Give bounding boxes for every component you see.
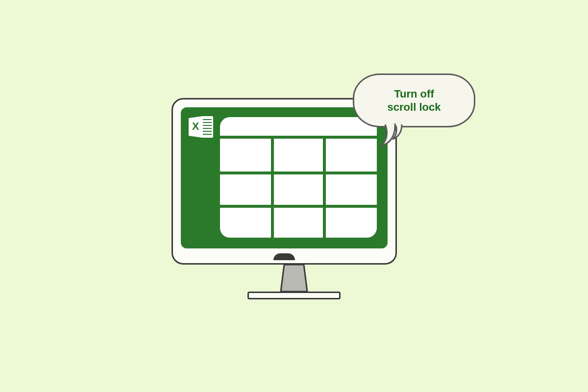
spreadsheet-row (220, 205, 377, 238)
spreadsheet-column-divider (323, 139, 326, 238)
speech-bubble: Turn off scroll lock (353, 74, 480, 162)
speech-bubble-tail (381, 122, 411, 152)
spreadsheet-row (220, 172, 377, 204)
excel-icon: X (188, 114, 215, 140)
speech-bubble-body: Turn off scroll lock (353, 74, 475, 127)
illustration-stage: X Turn off scroll lock (147, 69, 441, 323)
monitor-webcam-notch (273, 253, 295, 260)
speech-bubble-text: Turn off scroll lock (388, 87, 441, 114)
monitor-neck (277, 265, 311, 293)
spreadsheet-column-divider (271, 139, 274, 238)
monitor-base (247, 292, 341, 299)
excel-icon-letter: X (192, 120, 199, 132)
